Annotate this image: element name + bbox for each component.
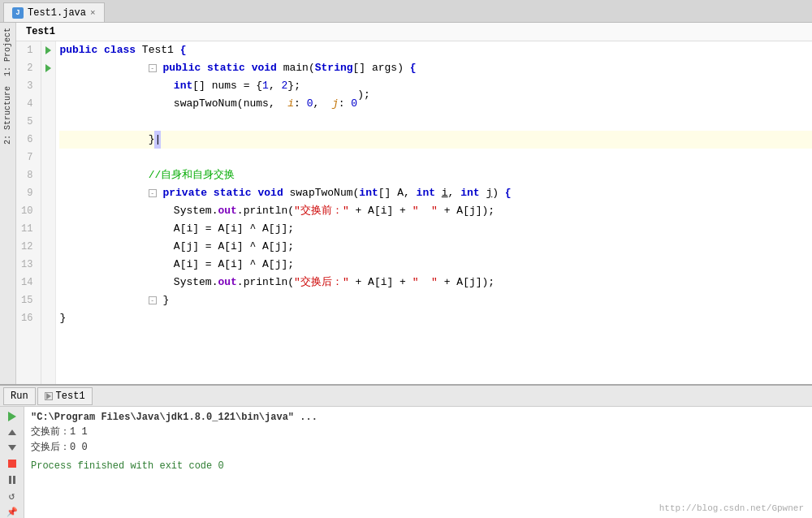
collapse-btn-15[interactable]: -	[149, 296, 157, 304]
code-line-7	[59, 149, 812, 166]
tab-test1[interactable]: J Test1.java ×	[3, 2, 105, 22]
filename-tab: Test1	[16, 23, 812, 41]
run-ind-8	[41, 166, 55, 184]
code-line-15: - }	[59, 291, 812, 309]
tab-bar: J Test1.java ×	[0, 0, 812, 23]
code-line-16: }	[59, 309, 812, 327]
code-line-5	[59, 113, 812, 131]
play-console-button[interactable]	[4, 410, 20, 423]
run-indicators	[41, 41, 56, 384]
code-line-8: //自身和自身交换	[59, 166, 812, 184]
run-ind-11	[41, 220, 55, 238]
console-area: ↺ 📌 "C:\Program Files\Java\jdk1.8.0_121\…	[0, 407, 812, 518]
run-ind-5	[41, 113, 55, 131]
scroll-up-button[interactable]	[4, 426, 20, 439]
java-file-icon: J	[12, 7, 24, 19]
watermark: http://blog.csdn.net/Gpwner	[659, 503, 804, 513]
scroll-down-button[interactable]	[4, 442, 20, 455]
run-ind-7	[41, 149, 55, 166]
code-line-6: }|	[59, 131, 812, 149]
code-line-1: public class Test1 {	[59, 41, 812, 59]
run-ind-3	[41, 77, 55, 95]
exit-message: Process finished with exit code 0	[31, 460, 806, 472]
bottom-panel: Run Test1	[0, 384, 812, 518]
line-numbers: 1 2 3 4 5 6 7 8 9 10 11 12 13 14 15 16	[16, 41, 41, 384]
code-lines[interactable]: public class Test1 { - public static voi…	[56, 41, 812, 384]
run-tab-label: Run	[11, 391, 28, 402]
code-line-4: swapTwoNum(nums, i: 0, j: 0);	[59, 95, 812, 113]
console-output: "C:\Program Files\Java\jdk1.8.0_121\bin\…	[24, 407, 812, 518]
run-ind-10	[41, 202, 55, 220]
stop-console-button[interactable]	[4, 458, 20, 471]
reload-console-button[interactable]: ↺	[4, 490, 20, 503]
sidebar-item-project[interactable]: 1: Project	[2, 23, 14, 81]
run-command: "C:\Program Files\Java\jdk1.8.0_121\bin\…	[31, 412, 806, 423]
pause-console-button[interactable]	[4, 473, 20, 486]
output-line-1: 交换前：1 1	[31, 425, 806, 438]
pin-console-button[interactable]: 📌	[4, 506, 20, 519]
tab-label: Test1.java	[28, 7, 86, 19]
close-tab-button[interactable]: ×	[90, 8, 96, 18]
console-toolbar: ↺ 📌	[0, 407, 24, 518]
filename-label: Test1	[26, 26, 55, 37]
run-icon	[45, 392, 53, 400]
tab-run[interactable]: Run	[3, 387, 36, 405]
run-ind-6	[41, 131, 55, 149]
code-editor[interactable]: 1 2 3 4 5 6 7 8 9 10 11 12 13 14 15 16	[16, 41, 812, 384]
sidebar-item-structure[interactable]: 2: Structure	[2, 81, 14, 149]
run-ind-4	[41, 95, 55, 113]
run-ind-14	[41, 274, 55, 291]
run-ind-1[interactable]	[41, 41, 55, 59]
code-line-14: System.out.println("交换后：" + A[i] + " " +…	[59, 274, 812, 291]
run-ind-13	[41, 256, 55, 274]
bottom-tabs: Run Test1	[0, 386, 812, 407]
run-ind-9	[41, 184, 55, 202]
run-ind-15	[41, 291, 55, 309]
run-ind-12	[41, 238, 55, 256]
run-tab-test1-label: Test1	[56, 391, 85, 402]
main-area: 1: Project 2: Structure Test1 1 2 3 4 5 …	[0, 23, 812, 384]
editor-container: Test1 1 2 3 4 5 6 7 8 9 10 11 12 13 14 1…	[16, 23, 812, 384]
tab-test1-run[interactable]: Test1	[37, 387, 93, 405]
output-line-2: 交换后：0 0	[31, 440, 806, 454]
run-ind-2[interactable]	[41, 59, 55, 77]
left-sidebar: 1: Project 2: Structure	[0, 23, 16, 384]
run-ind-16	[41, 309, 55, 327]
